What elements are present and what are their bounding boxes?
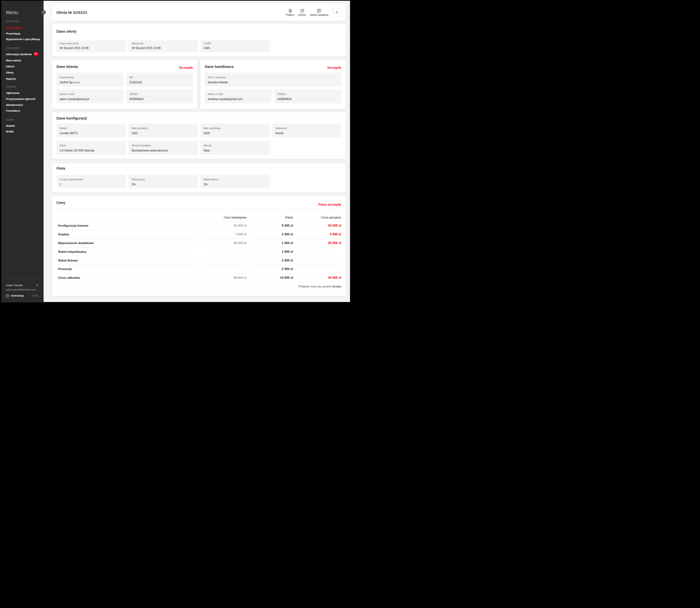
svg-text:?: ? <box>7 295 8 297</box>
svg-text:PDF: PDF <box>289 10 292 12</box>
